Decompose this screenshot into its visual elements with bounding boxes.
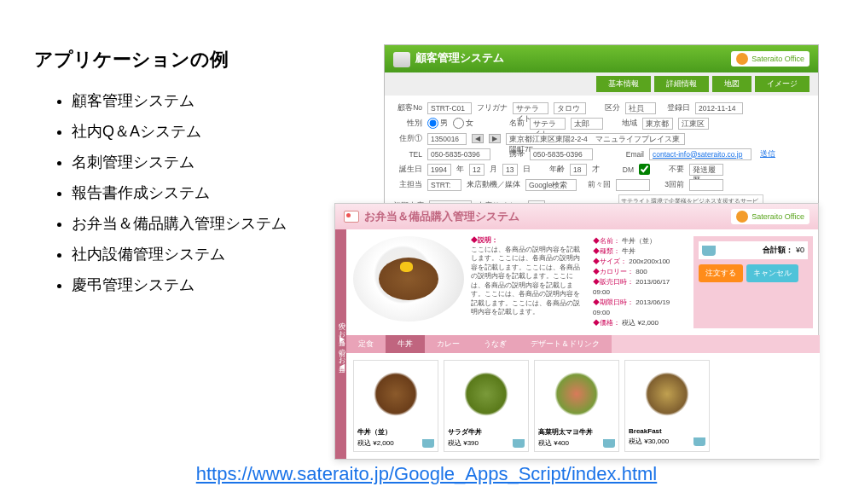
food-thumb — [357, 364, 434, 424]
lbl-tantou: 主担当 — [393, 180, 422, 190]
name1-field[interactable]: サテライト — [530, 118, 566, 130]
tel-field[interactable]: 050-5835-0396 — [427, 148, 490, 160]
zenzen-field[interactable] — [616, 179, 650, 191]
category-tabs: 定食 牛丼 カレー うなぎ デザート＆ドリンク — [346, 335, 820, 353]
tab-image[interactable]: イメージ — [755, 76, 809, 92]
swirl-icon — [736, 211, 748, 223]
lbl-email: Email — [615, 150, 644, 159]
lbl-mobile: 携帯 — [496, 149, 525, 159]
menu-item[interactable]: 高菜明太マヨ牛丼税込 ¥400 — [534, 360, 619, 452]
menu-item[interactable]: BreakFast税込 ¥30,000 — [624, 360, 710, 452]
region1-field[interactable]: 東京都 — [642, 118, 673, 130]
food-image — [353, 236, 464, 322]
cat-tab[interactable]: 定食 — [346, 335, 386, 353]
lbl-tel: TEL — [393, 150, 422, 159]
menu-item[interactable]: サラダ牛丼税込 ¥390 — [444, 360, 529, 452]
app1-title: 顧客管理システム — [415, 51, 504, 64]
list-item: 慶弔管理システム — [72, 269, 287, 300]
list-item: 顧客管理システム — [72, 85, 287, 116]
next-button[interactable]: ▶ — [489, 134, 501, 143]
bullet-list: 顧客管理システム 社内Q＆Aシステム 名刺管理システム 報告書作成システム お弁… — [55, 85, 287, 300]
order-button[interactable]: 注文する — [699, 264, 743, 282]
url-link[interactable]: https://www.sateraito.jp/Google_Apps_Scr… — [196, 463, 658, 484]
lbl-dm: DM — [605, 165, 634, 174]
slide-title: アプリケーションの例 — [34, 47, 229, 72]
cat-tab[interactable]: カレー — [425, 335, 472, 353]
add-cart-icon[interactable] — [693, 437, 705, 446]
side-nav-tab[interactable]: 次のお弁当 ▶ 前のお弁当 ◀ — [335, 229, 346, 459]
zip-field[interactable]: 1350016 — [427, 133, 467, 145]
lbl-region: 地域 — [608, 119, 637, 129]
sankai-field[interactable] — [689, 179, 723, 191]
bd-field[interactable]: 13 — [502, 164, 518, 176]
lbl-name: 名前 — [496, 119, 525, 129]
furigana2-field[interactable]: タロウ — [554, 102, 586, 114]
bento-icon — [344, 211, 359, 223]
by-field[interactable]: 1994 — [427, 164, 451, 176]
app1-header: 顧客管理システム Sateraito Office — [385, 45, 818, 72]
lbl-fuyou: 不要 — [655, 165, 684, 175]
brand-logo: Sateraito Office — [731, 51, 809, 67]
kubun-field[interactable]: 社員 — [625, 102, 656, 114]
cat-tab[interactable]: デザート＆ドリンク — [519, 335, 612, 353]
lbl-zenzen: 前々回 — [582, 180, 611, 190]
add-cart-icon[interactable] — [422, 439, 434, 448]
footer-link: https://www.sateraito.jp/Google_Apps_Scr… — [0, 463, 853, 485]
list-item: お弁当＆備品購入管理システム — [72, 208, 287, 239]
lbl-birthday: 誕生日 — [393, 165, 422, 175]
radio-female[interactable]: 女 — [453, 118, 473, 129]
send-link[interactable]: 送信 — [760, 149, 775, 159]
brand-logo: Sateraito Office — [731, 209, 809, 224]
lbl-regdate: 登録日 — [661, 103, 690, 113]
list-item: 社内設備管理システム — [72, 239, 287, 269]
mobile-field[interactable]: 050-5835-0396 — [530, 148, 593, 160]
tab-detail[interactable]: 詳細情報 — [654, 76, 709, 92]
name2-field[interactable]: 太郎 — [571, 118, 603, 130]
lbl-gender: 性別 — [393, 119, 422, 129]
bm-field[interactable]: 12 — [469, 164, 485, 176]
menu-grid: 牛丼（並）税込 ¥2,000 サラダ牛丼税込 ¥390 高菜明太マヨ牛丼税込 ¥… — [346, 353, 820, 459]
region2-field[interactable]: 江東区 — [678, 118, 709, 130]
list-item: 報告書作成システム — [72, 177, 287, 208]
raiten-field[interactable]: Google検索 — [525, 179, 577, 191]
add-cart-icon[interactable] — [513, 439, 525, 448]
prev-button[interactable]: ◀ — [472, 134, 484, 143]
regdate-field[interactable]: 2012-11-14 — [695, 102, 743, 114]
address-field[interactable]: 東京都江東区東陽2-2-4 マニュライフプレイス東陽町7F — [506, 133, 685, 145]
app1-tabs: 基本情報 詳細情報 地図 イメージ — [385, 72, 818, 96]
tab-basic[interactable]: 基本情報 — [596, 76, 651, 92]
menu-item[interactable]: 牛丼（並）税込 ¥2,000 — [353, 360, 438, 452]
age-field: 18 — [570, 164, 587, 176]
lbl-furigana: フリガナ — [477, 103, 508, 113]
app2-title: お弁当＆備品購入管理システム — [364, 209, 519, 224]
add-cart-icon[interactable] — [603, 439, 615, 448]
swirl-icon — [736, 53, 748, 65]
cat-tab[interactable]: うなぎ — [472, 335, 519, 353]
lbl-customer-no: 顧客No — [393, 103, 422, 113]
food-thumb — [538, 364, 615, 424]
bento-app-window: お弁当＆備品購入管理システム Sateraito Office 次のお弁当 ▶ … — [334, 203, 819, 460]
list-item: 名刺管理システム — [72, 147, 287, 177]
lbl-raiten: 来店動機／媒体 — [467, 180, 520, 190]
customer-app-window: 顧客管理システム Sateraito Office 基本情報 詳細情報 地図 イ… — [384, 44, 819, 229]
tab-map[interactable]: 地図 — [712, 76, 751, 92]
lbl-address: 住所① — [393, 134, 422, 144]
cart-icon — [702, 246, 716, 256]
tantou-field[interactable]: STRT: — [427, 179, 461, 191]
email-field[interactable]: contact-info@sateraito.co.jp — [649, 148, 751, 160]
cancel-button[interactable]: キャンセル — [746, 264, 798, 282]
lbl-sankai: 3回前 — [655, 180, 684, 190]
cat-tab[interactable]: 牛丼 — [386, 335, 425, 353]
dm-check[interactable] — [639, 164, 650, 175]
description: ◆説明：ここには、各商品の説明内容を記載します。ここには、各商品の説明内容を記載… — [471, 236, 586, 328]
food-thumb — [629, 364, 705, 424]
customer-no-field[interactable]: STRT-C01 — [427, 102, 472, 114]
rireki-field[interactable]: 発送履歴 — [689, 164, 723, 176]
lbl-kubun: 区分 — [591, 103, 620, 113]
list-item: 社内Q＆Aシステム — [72, 116, 287, 147]
cart-panel: 合計額： ¥0 注文する キャンセル — [693, 236, 813, 328]
furigana1-field[interactable]: サテライト — [513, 102, 548, 114]
app2-header: お弁当＆備品購入管理システム Sateraito Office — [335, 204, 818, 229]
radio-male[interactable]: 男 — [427, 118, 448, 129]
specs: ◆名前： 牛丼（並） ◆種類： 牛丼 ◆サイズ： 200x200x100 ◆カロ… — [593, 236, 687, 328]
